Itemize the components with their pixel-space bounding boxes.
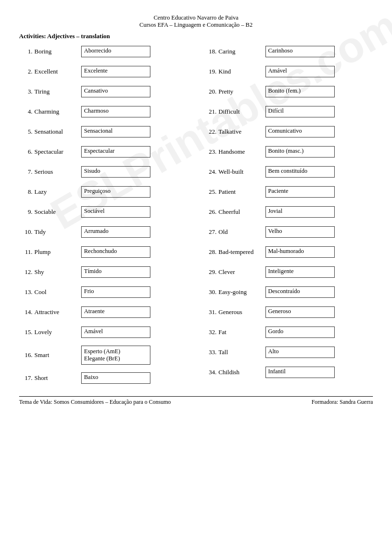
item-number: 12. [19,268,32,276]
translation-box: Infantil [265,367,335,378]
item-word: Shy [34,268,77,276]
translation-box: Tímido [81,266,150,278]
item-number: 23. [203,148,217,156]
item-number: 20. [203,88,217,95]
item-word: Generous [219,308,262,316]
item-word: Caring [219,48,262,55]
list-item: 31.GenerousGeneroso [203,305,373,319]
translation-box: Espectacular [81,146,150,158]
item-word: Lovely [34,328,77,336]
list-item: 5.SensationalSensacional [19,125,189,138]
item-word: Charming [34,108,77,116]
list-item: 28.Bad-temperedMal-humorado [203,245,373,259]
translation-box: Rechonchudo [81,246,150,258]
item-word: Easy-going [219,288,262,296]
list-item: 17.ShortBaixo [19,371,189,385]
item-number: 1. [19,48,32,55]
item-word: Talkative [219,128,262,136]
item-word: Sociable [34,208,77,216]
item-number: 28. [203,248,217,256]
list-item: 16.SmartEsperto (AmE)Elegante (BrE) [19,346,189,365]
translation-box: Baixo [81,372,150,384]
list-item: 27.OldVelho [203,225,373,239]
item-number: 2. [19,68,32,75]
translation-box: Preguiçoso [81,186,150,198]
item-word: Lazy [34,188,77,196]
translation-box: Sociável [81,206,150,218]
translation-box: Amável [81,326,150,338]
item-number: 24. [203,168,217,176]
item-word: Tall [219,348,262,356]
footer-right: Formadora: Sandra Guerra [311,399,373,406]
translation-box: Velho [265,226,335,238]
translation-box: Bonito (masc.) [265,146,335,158]
item-word: Cool [34,288,77,296]
item-word: Difficult [219,108,262,116]
footer-left: Tema de Vida: Somos Consumidores – Educa… [19,399,171,406]
item-word: Well-built [219,168,262,176]
item-number: 9. [19,208,32,216]
item-number: 25. [203,188,217,196]
translation-box: Bonito (fem.) [265,86,335,97]
item-number: 14. [19,308,32,316]
list-item: 6.SpectacularEspectacular [19,145,189,158]
item-number: 8. [19,188,32,196]
item-number: 22. [203,128,217,136]
list-item: 11.PlumpRechonchudo [19,245,189,259]
translation-box: Amável [265,66,335,77]
item-word: Attractive [34,308,77,316]
item-number: 4. [19,108,32,116]
item-number: 21. [203,108,217,116]
list-item: 2.ExcellentExcelente [19,65,189,78]
translation-box: Aborrecido [81,46,150,57]
translation-box: Esperto (AmE)Elegante (BrE) [81,346,150,365]
item-number: 17. [19,374,32,382]
translation-box: Paciente [265,186,335,198]
item-word: Pretty [219,88,262,95]
item-number: 10. [19,228,32,236]
item-word: Clever [219,268,262,276]
header-line1: Centro Educativo Navarro de Paiva [19,14,373,21]
translation-box: Atraente [81,306,150,318]
translation-box: Carinhoso [265,46,335,57]
list-item: 33.TallAlto [203,346,373,359]
left-column: 1.BoringAborrecido2.ExcellentExcelente3.… [19,45,199,391]
list-item: 21.DifficultDifícil [203,105,373,118]
item-word: Boring [34,48,77,55]
item-number: 18. [203,48,217,55]
item-number: 29. [203,268,217,276]
item-word: Smart [34,351,77,359]
list-item: 12.ShyTímido [19,265,189,279]
item-number: 3. [19,88,32,95]
item-number: 27. [203,228,217,236]
list-item: 18.CaringCarinhoso [203,45,373,58]
item-word: Handsome [219,148,262,156]
item-number: 11. [19,248,32,256]
item-word: Patient [219,188,262,196]
translation-box: Bem constituído [265,166,335,178]
item-number: 5. [19,128,32,136]
list-item: 10.TidyArrumado [19,225,189,239]
item-word: Tiring [34,88,77,95]
list-item: 30.Easy-goingDescontraído [203,285,373,299]
list-item: 1.BoringAborrecido [19,45,189,58]
translation-box: Gordo [265,326,335,338]
translation-box: Sensacional [81,126,150,137]
list-item: 8.LazyPreguiçoso [19,185,189,199]
list-item: 14.AttractiveAtraente [19,305,189,319]
item-number: 31. [203,308,217,316]
list-item: 13.CoolFrio [19,285,189,299]
list-item: 4.CharmingCharmoso [19,105,189,118]
list-item: 19.KindAmável [203,65,373,78]
translation-box: Arrumado [81,226,150,238]
list-item: 25.PatientPaciente [203,185,373,199]
item-word: Sensational [34,128,77,136]
list-item: 15.LovelyAmável [19,326,189,339]
item-number: 30. [203,288,217,296]
item-word: Tidy [34,228,77,236]
item-number: 33. [203,348,217,356]
item-word: Short [34,374,77,382]
translation-box: Frio [81,286,150,298]
list-item: 22.TalkativeComunicativo [203,125,373,138]
item-word: Excellent [34,68,77,75]
